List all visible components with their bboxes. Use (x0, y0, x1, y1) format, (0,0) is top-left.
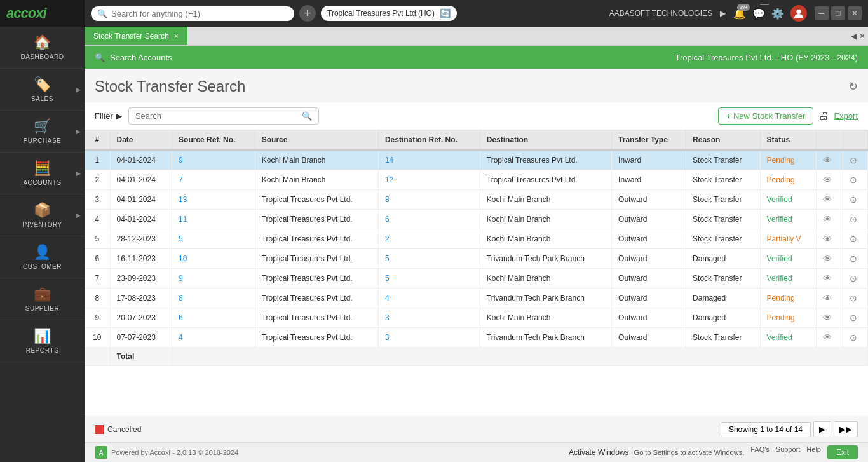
table-row[interactable]: 1 04-01-2024 9 Kochi Main Branch 14 Trop… (85, 150, 868, 170)
sidebar-item-reports[interactable]: 📊 REPORTS (0, 320, 85, 362)
table-row[interactable]: 5 28-12-2023 5 Tropical Treasures Pvt Lt… (85, 229, 868, 249)
cell-view[interactable]: 👁 (817, 190, 843, 210)
exit-button[interactable]: Exit (827, 445, 858, 459)
cell-action[interactable]: ⊙ (843, 229, 867, 249)
cell-action[interactable]: ⊙ (843, 150, 867, 170)
cell-dest-ref[interactable]: 8 (378, 190, 480, 210)
cell-dest-ref[interactable]: 12 (378, 170, 480, 190)
menu-icon[interactable]: ⊙ (850, 293, 857, 303)
cell-action[interactable]: ⊙ (843, 289, 867, 308)
cell-dest-ref[interactable]: 5 (378, 249, 480, 269)
company-selector[interactable]: Tropical Treasures Pvt Ltd.(HO) 🔄 (321, 6, 457, 21)
tab-prev-button[interactable]: ◀ (851, 32, 857, 41)
cell-action[interactable]: ⊙ (843, 210, 867, 229)
view-icon[interactable]: 👁 (823, 234, 832, 244)
menu-icon[interactable]: ⊙ (850, 234, 857, 244)
cell-src-ref[interactable]: 5 (172, 229, 255, 249)
menu-icon[interactable]: ⊙ (850, 194, 857, 205)
cell-view[interactable]: 👁 (817, 308, 843, 328)
cell-action[interactable]: ⊙ (843, 249, 867, 269)
menu-icon[interactable]: ⊙ (850, 313, 857, 323)
view-icon[interactable]: 👁 (823, 254, 832, 264)
global-search-box[interactable]: 🔍 (91, 6, 294, 21)
table-row[interactable]: 10 07-07-2023 4 Tropical Treasures Pvt L… (85, 328, 868, 348)
menu-icon[interactable]: ⊙ (850, 254, 857, 264)
menu-icon[interactable]: ⊙ (850, 273, 857, 283)
faqs-link[interactable]: FAQ's (750, 445, 770, 459)
table-row[interactable]: 3 04-01-2024 13 Tropical Treasures Pvt L… (85, 190, 868, 210)
sidebar-item-sales[interactable]: 🏷️ SALES ▶ (0, 69, 85, 111)
cell-src-ref[interactable]: 7 (172, 170, 255, 190)
view-icon[interactable]: 👁 (823, 175, 832, 185)
sidebar-item-purchase[interactable]: 🛒 PURCHASE ▶ (0, 111, 85, 153)
last-page-button[interactable]: ▶▶ (834, 421, 858, 437)
help-link[interactable]: Help (806, 445, 821, 459)
table-row[interactable]: 7 23-09-2023 9 Tropical Treasures Pvt Lt… (85, 269, 868, 289)
sidebar-item-customer[interactable]: 👤 CUSTOMER (0, 236, 85, 278)
notifications-icon[interactable]: 🔔 99+ (733, 8, 746, 20)
settings-icon[interactable]: ⚙️ (771, 8, 784, 20)
cell-src-ref[interactable]: 8 (172, 289, 255, 308)
cell-view[interactable]: 👁 (817, 249, 843, 269)
maximize-button[interactable]: □ (831, 6, 845, 20)
next-page-button[interactable]: ▶ (813, 421, 831, 437)
table-row[interactable]: 4 04-01-2024 11 Tropical Treasures Pvt L… (85, 210, 868, 229)
cell-src-ref[interactable]: 13 (172, 190, 255, 210)
cell-dest-ref[interactable]: 3 (378, 328, 480, 348)
sidebar-item-inventory[interactable]: 📦 INVENTORY ▶ (0, 194, 85, 236)
cell-view[interactable]: 👁 (817, 150, 843, 170)
close-button[interactable]: ✕ (848, 6, 862, 20)
cell-src-ref[interactable]: 9 (172, 150, 255, 170)
tab-close-button[interactable]: ✕ (859, 32, 865, 41)
cell-dest-ref[interactable]: 3 (378, 308, 480, 328)
cell-action[interactable]: ⊙ (843, 308, 867, 328)
cell-dest-ref[interactable]: 4 (378, 289, 480, 308)
sidebar-item-supplier[interactable]: 💼 SUPPLIER (0, 278, 85, 320)
add-button[interactable]: + (299, 5, 316, 22)
menu-icon[interactable]: ⊙ (850, 332, 857, 343)
cell-src-ref[interactable]: 9 (172, 269, 255, 289)
export-button[interactable]: Export (834, 111, 858, 121)
cell-view[interactable]: 👁 (817, 269, 843, 289)
cell-dest-ref[interactable]: 5 (378, 269, 480, 289)
print-button[interactable]: 🖨 (818, 111, 829, 122)
tab-close-icon[interactable]: × (174, 32, 179, 41)
view-icon[interactable]: 👁 (823, 293, 832, 303)
view-icon[interactable]: 👁 (823, 194, 832, 205)
menu-icon[interactable]: ⊙ (850, 214, 857, 224)
minimize-button[interactable]: ─ (815, 6, 829, 20)
cell-action[interactable]: ⊙ (843, 190, 867, 210)
tab-stock-transfer-search[interactable]: Stock Transfer Search × (85, 27, 187, 45)
search-box[interactable]: 🔍 (128, 107, 319, 125)
cell-view[interactable]: 👁 (817, 229, 843, 249)
cell-src-ref[interactable]: 6 (172, 308, 255, 328)
cell-view[interactable]: 👁 (817, 210, 843, 229)
table-row[interactable]: 6 16-11-2023 10 Tropical Treasures Pvt L… (85, 249, 868, 269)
cell-src-ref[interactable]: 10 (172, 249, 255, 269)
cell-view[interactable]: 👁 (817, 289, 843, 308)
cell-src-ref[interactable]: 11 (172, 210, 255, 229)
cell-dest-ref[interactable]: 6 (378, 210, 480, 229)
cell-action[interactable]: ⊙ (843, 328, 867, 348)
cell-dest-ref[interactable]: 14 (378, 150, 480, 170)
cell-view[interactable]: 👁 (817, 328, 843, 348)
view-icon[interactable]: 👁 (823, 155, 832, 165)
table-container[interactable]: # Date Source Ref. No. Source Destinatio… (85, 130, 868, 416)
global-search-input[interactable] (111, 9, 288, 18)
menu-icon[interactable]: ⊙ (850, 155, 857, 165)
new-stock-transfer-button[interactable]: + New Stock Transfer (718, 107, 814, 125)
sidebar-item-accounts[interactable]: 🧮 ACCOUNTS ▶ (0, 153, 85, 194)
table-row[interactable]: 8 17-08-2023 8 Tropical Treasures Pvt Lt… (85, 289, 868, 308)
view-icon[interactable]: 👁 (823, 332, 832, 343)
table-row[interactable]: 9 20-07-2023 6 Tropical Treasures Pvt Lt… (85, 308, 868, 328)
view-icon[interactable]: 👁 (823, 273, 832, 283)
cell-action[interactable]: ⊙ (843, 170, 867, 190)
view-icon[interactable]: 👁 (823, 214, 832, 224)
cell-src-ref[interactable]: 4 (172, 328, 255, 348)
support-link[interactable]: Support (776, 445, 801, 459)
cell-view[interactable]: 👁 (817, 170, 843, 190)
cell-dest-ref[interactable]: 2 (378, 229, 480, 249)
search-input[interactable] (135, 111, 298, 121)
sidebar-item-dashboard[interactable]: 🏠 DASHBOARD (0, 27, 85, 69)
filter-button[interactable]: Filter ▶ (95, 111, 122, 121)
